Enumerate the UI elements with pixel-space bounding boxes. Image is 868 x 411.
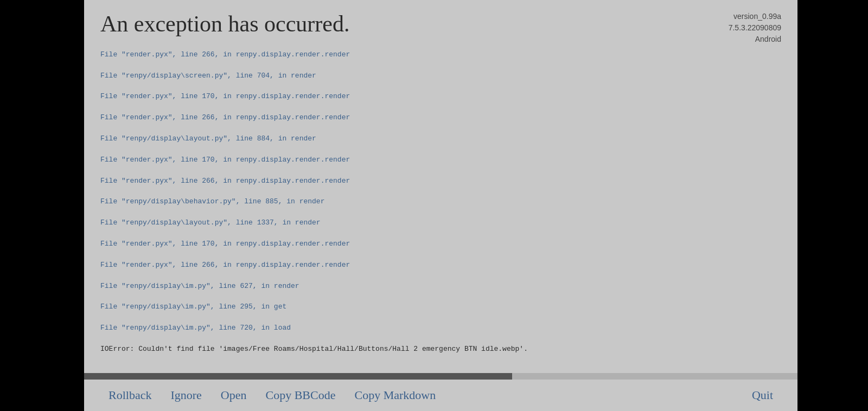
traceback-line-22: File "renpy/display\im.py", line 627, in… [100,281,781,292]
traceback-line-13: File "render.pyx", line 170, in renpy.di… [100,91,781,102]
traceback-container[interactable]: File "renpy/display\core.py" , line 2665… [84,50,797,370]
copy-bbcode-button[interactable]: Copy BBCode [258,386,344,405]
traceback-line-16: File "render.pyx", line 170, in renpy.di… [100,155,781,166]
footer-buttons: RollbackIgnoreOpenCopy BBCodeCopy Markdo… [100,386,444,405]
traceback-line-20: File "render.pyx", line 170, in renpy.di… [100,239,781,250]
progress-bar-fill [84,373,512,380]
exception-title: An exception has occurred. [100,11,349,37]
traceback-line-17: File "render.pyx", line 266, in renpy.di… [100,176,781,187]
traceback-line-23: File "renpy/display\im.py", line 295, in… [100,301,781,313]
progress-bar [84,373,797,380]
copy-markdown-button[interactable]: Copy Markdown [346,386,444,405]
traceback-line-21: File "render.pyx", line 266, in renpy.di… [100,260,781,271]
traceback-line-25: IOError: Couldn't find file 'images/Free… [100,344,781,355]
rollback-button[interactable]: Rollback [100,386,159,405]
open-button[interactable]: Open [213,386,255,405]
header: An exception has occurred. version_0.99a… [84,0,797,50]
version-line2: 7.5.3.22090809 [729,22,781,34]
traceback-line-12: File "renpy/display\screen.py", line 704… [100,70,781,82]
quit-button[interactable]: Quit [744,386,781,405]
traceback-line-11: File "render.pyx", line 266, in renpy.di… [100,50,781,61]
black-bar-right [797,0,868,411]
version-line3: Android [729,34,781,45]
footer: RollbackIgnoreOpenCopy BBCodeCopy Markdo… [84,380,797,411]
traceback-line-14: File "render.pyx", line 266, in renpy.di… [100,112,781,124]
traceback-line-15: File "renpy/display\layout.py", line 884… [100,133,781,145]
ignore-button[interactable]: Ignore [162,386,209,405]
traceback-line-18: File "renpy/display\behavior.py", line 8… [100,196,781,208]
black-bar-left [0,0,84,411]
version-line1: version_0.99a [729,11,781,22]
traceback-line-24: File "renpy/display\im.py", line 720, in… [100,323,781,334]
main-content: An exception has occurred. version_0.99a… [84,0,797,411]
traceback-line-19: File "renpy/display\layout.py", line 133… [100,217,781,229]
version-info: version_0.99a 7.5.3.22090809 Android [729,11,781,45]
